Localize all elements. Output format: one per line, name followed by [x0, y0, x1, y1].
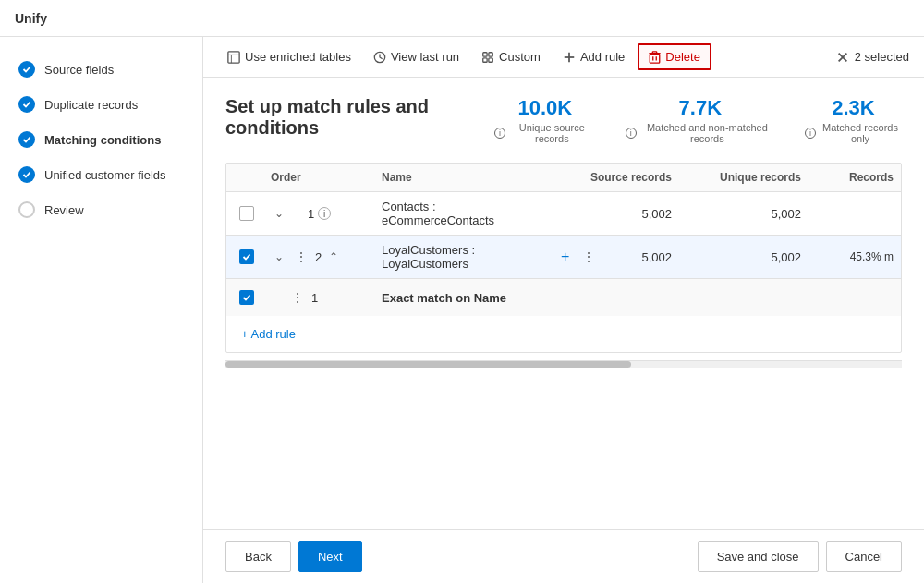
col-unique-records: Unique records	[679, 171, 808, 184]
custom-button[interactable]: Custom	[472, 45, 550, 68]
use-enriched-tables-button[interactable]: Use enriched tables	[218, 45, 360, 68]
drag-handle-icon[interactable]: ⋮	[291, 248, 311, 266]
content-area: Use enriched tables View last run Custom	[203, 37, 924, 583]
source-records-cell: 5,002	[550, 207, 679, 221]
stat-value-1: 7.7K	[626, 96, 775, 120]
info-icon[interactable]: i	[318, 207, 331, 220]
records-cell: 45.3% m	[808, 250, 901, 263]
checkbox[interactable]	[239, 290, 254, 305]
more-options-icon[interactable]: ⋮	[578, 248, 599, 266]
table-row: ⌄ 1 i Contacts : eCommerceContacts5,0025…	[226, 192, 901, 236]
empty-circle-icon	[18, 201, 35, 218]
delete-button[interactable]: Delete	[638, 43, 711, 70]
horizontal-scrollbar[interactable]	[225, 360, 902, 368]
main-layout: Source fieldsDuplicate recordsMatching c…	[0, 37, 924, 583]
stat-item-2: 2.3Ki Matched records only	[805, 96, 902, 144]
order-number: 2	[315, 250, 322, 264]
source-records-value: 5,002	[641, 250, 672, 264]
add-rule-row: + Add rule	[226, 316, 901, 352]
close-icon[interactable]	[836, 51, 849, 64]
table-row: ⋮ 1 Exact match on Name	[226, 279, 901, 316]
custom-icon	[481, 51, 494, 64]
scrollbar-thumb[interactable]	[225, 361, 631, 368]
sidebar-item-label: Source fields	[44, 63, 114, 77]
svg-rect-6	[483, 57, 487, 61]
stats-area: 10.0Ki Unique source records7.7Ki Matche…	[494, 96, 902, 144]
col-checkbox	[226, 171, 263, 184]
table-header: Order Name Source records Unique records…	[226, 164, 901, 192]
svg-rect-7	[489, 57, 492, 61]
sidebar-item-label: Review	[44, 203, 84, 217]
svg-rect-4	[483, 52, 487, 55]
order-cell: ⌄ ⋮ 2 ⌃	[263, 248, 374, 266]
app-bar: Unify	[0, 0, 924, 37]
add-rule-button[interactable]: + Add rule	[234, 323, 303, 345]
name-cell: Exact match on Name	[374, 291, 550, 305]
sidebar-item-review[interactable]: Review	[0, 192, 202, 227]
add-rule-toolbar-button[interactable]: Add rule	[553, 45, 634, 68]
next-button[interactable]: Next	[298, 541, 362, 572]
svg-rect-5	[489, 52, 492, 55]
page-title: Set up match rules and conditions	[225, 96, 494, 139]
drag-handle-icon[interactable]: ⋮	[287, 288, 308, 307]
page-content: Set up match rules and conditions 10.0Ki…	[203, 78, 924, 529]
col-records: Records	[808, 171, 901, 184]
check-icon	[18, 166, 35, 183]
source-records-cell: + ⋮ 5,002	[550, 247, 679, 267]
name-cell: LoyalCustomers : LoyalCustomers	[374, 243, 550, 271]
stat-value-2: 2.3K	[805, 96, 902, 120]
col-source-records: Source records	[550, 171, 679, 184]
table-body: ⌄ 1 i Contacts : eCommerceContacts5,0025…	[226, 192, 901, 316]
selected-indicator: 2 selected	[836, 50, 909, 64]
stat-value-0: 10.0K	[494, 96, 596, 120]
back-button[interactable]: Back	[225, 541, 291, 572]
match-rules-table: Order Name Source records Unique records…	[225, 163, 902, 353]
info-icon: i	[805, 128, 816, 139]
check-icon	[18, 61, 35, 78]
sidebar-item-matching-conditions[interactable]: Matching conditions	[0, 122, 202, 157]
order-number: 1	[308, 207, 314, 221]
add-condition-icon[interactable]: +	[557, 247, 573, 267]
check-icon	[18, 131, 35, 148]
checkbox[interactable]	[239, 249, 254, 264]
footer-right: Save and close Cancel	[698, 541, 902, 572]
sidebar: Source fieldsDuplicate recordsMatching c…	[0, 37, 203, 583]
page-header: Set up match rules and conditions 10.0Ki…	[225, 96, 902, 144]
order-cell: ⋮ 1	[263, 288, 374, 307]
cancel-button[interactable]: Cancel	[826, 541, 902, 572]
stat-item-0: 10.0Ki Unique source records	[494, 96, 596, 144]
sidebar-item-label: Duplicate records	[44, 98, 138, 112]
checkbox-cell	[226, 290, 263, 305]
delete-icon	[649, 51, 661, 64]
name-cell: Contacts : eCommerceContacts	[374, 200, 550, 227]
checkbox[interactable]	[239, 206, 254, 221]
chevron-down-icon[interactable]: ⌄	[271, 249, 287, 265]
save-and-close-button[interactable]: Save and close	[698, 541, 819, 572]
stat-item-1: 7.7Ki Matched and non-matched records	[626, 96, 775, 144]
unique-records-cell: 5,002	[679, 207, 808, 221]
col-order: Order	[263, 171, 374, 184]
col-name: Name	[374, 171, 550, 184]
toolbar: Use enriched tables View last run Custom	[203, 37, 924, 78]
unique-records-cell: 5,002	[679, 250, 808, 264]
sidebar-item-unified-customer-fields[interactable]: Unified customer fields	[0, 157, 202, 192]
check-icon	[18, 96, 35, 113]
svg-rect-0	[228, 51, 239, 62]
order-number: 1	[311, 291, 318, 305]
sidebar-item-label: Unified customer fields	[44, 168, 166, 182]
info-icon: i	[494, 128, 505, 139]
stat-label-2: i Matched records only	[805, 122, 902, 144]
view-last-run-button[interactable]: View last run	[364, 45, 468, 68]
table-icon	[227, 51, 240, 64]
stat-label-0: i Unique source records	[494, 122, 596, 144]
svg-rect-10	[650, 54, 661, 63]
chevron-up-icon[interactable]: ⌃	[325, 249, 342, 265]
order-cell: ⌄ 1 i	[263, 205, 374, 222]
checkbox-cell	[226, 206, 263, 221]
clock-icon	[373, 51, 386, 64]
chevron-down-icon[interactable]: ⌄	[271, 205, 287, 222]
app-title: Unify	[15, 11, 47, 26]
sidebar-item-duplicate-records[interactable]: Duplicate records	[0, 87, 202, 122]
info-icon: i	[626, 128, 637, 139]
sidebar-item-source-fields[interactable]: Source fields	[0, 52, 202, 87]
